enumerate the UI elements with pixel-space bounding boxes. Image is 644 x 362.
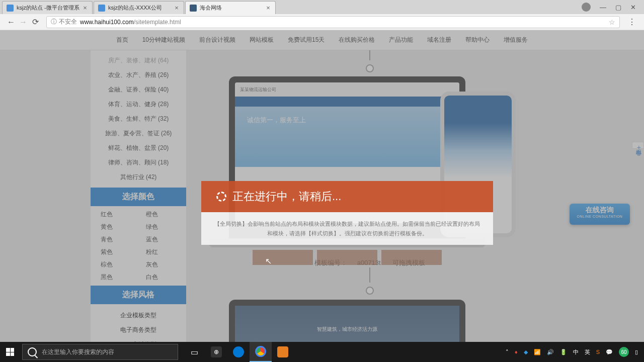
security-status: 不安全 bbox=[59, 18, 77, 26]
tray-badge[interactable]: 60 bbox=[619, 347, 629, 357]
tray-icon[interactable]: ▯ bbox=[635, 349, 638, 355]
browser-menu-icon[interactable]: ⋮ bbox=[625, 17, 639, 27]
bookmark-icon[interactable]: ☆ bbox=[609, 18, 615, 26]
windows-taskbar: 在这里输入你要搜索的内容 ▭ ⊕ ˄ ♦ ◆ 📶 🔊 🔋 中 英 S 💬 60 … bbox=[0, 342, 644, 362]
window-controls: — ▢ ✕ bbox=[574, 0, 644, 14]
modal-button-3[interactable] bbox=[381, 250, 442, 265]
maximize-icon[interactable]: ▢ bbox=[615, 4, 621, 11]
app-icon-1[interactable]: ⊕ bbox=[205, 342, 227, 362]
tray-input-method[interactable]: 中 bbox=[573, 348, 579, 356]
spinner-icon bbox=[216, 192, 226, 202]
minimize-icon[interactable]: — bbox=[600, 4, 606, 11]
tray-chevron-icon[interactable]: ˄ bbox=[506, 349, 509, 355]
browser-tab-2[interactable]: 海会网络 × bbox=[185, 1, 276, 14]
modal-body: 【全局切换】会影响当前站点的布局和模块设置模块数据，建议新站点使用。如需保留当前… bbox=[201, 212, 493, 245]
user-icon[interactable] bbox=[582, 3, 591, 12]
close-icon[interactable]: × bbox=[174, 5, 180, 11]
modal-button-1[interactable] bbox=[253, 250, 313, 265]
favicon bbox=[7, 5, 14, 12]
favicon bbox=[98, 5, 105, 12]
chrome-icon[interactable] bbox=[250, 342, 272, 362]
tray-notifications-icon[interactable]: 💬 bbox=[606, 349, 613, 355]
task-view-icon[interactable]: ▭ bbox=[183, 342, 205, 362]
loading-modal: 正在进行中，请稍后... 【全局切换】会影响当前站点的布局和模块设置模块数据，建… bbox=[201, 181, 493, 270]
modal-button-2[interactable] bbox=[317, 250, 377, 265]
search-placeholder: 在这里输入你要搜索的内容 bbox=[42, 348, 114, 356]
close-icon[interactable]: × bbox=[82, 5, 88, 11]
modal-title: 正在进行中，请稍后... bbox=[232, 189, 341, 204]
system-tray: ˄ ♦ ◆ 📶 🔊 🔋 中 英 S 💬 60 ▯ bbox=[500, 347, 644, 357]
tray-icon[interactable]: ♦ bbox=[515, 349, 518, 355]
app-icon-2[interactable] bbox=[272, 342, 294, 362]
tab-title: ksjz的站点 -微平台管理系 bbox=[17, 4, 82, 12]
taskbar-search[interactable]: 在这里输入你要搜索的内容 bbox=[22, 344, 178, 360]
browser-tab-1[interactable]: ksjz的站点-XXXX公司 × bbox=[94, 1, 184, 14]
address-bar: ← → ⟳ ⓘ 不安全 www.haihui100.com /sitetempl… bbox=[0, 14, 644, 30]
url-host: www.haihui100.com bbox=[80, 19, 134, 26]
url-path: /sitetemplate.html bbox=[134, 19, 181, 26]
forward-button[interactable]: → bbox=[17, 18, 29, 27]
tray-icon[interactable]: S bbox=[596, 349, 600, 355]
tray-lang[interactable]: 英 bbox=[585, 348, 590, 356]
tray-wifi-icon[interactable]: 📶 bbox=[534, 349, 541, 355]
info-icon[interactable]: ⓘ bbox=[51, 18, 57, 26]
close-window-icon[interactable]: ✕ bbox=[630, 4, 636, 11]
start-button[interactable] bbox=[0, 342, 20, 362]
tray-icon[interactable]: ◆ bbox=[524, 349, 528, 355]
tray-volume-icon[interactable]: 🔊 bbox=[547, 349, 554, 355]
tab-title: 海会网络 bbox=[200, 4, 265, 12]
tray-battery-icon[interactable]: 🔋 bbox=[560, 349, 567, 355]
browser-tab-strip: ksjz的站点 -微平台管理系 × ksjz的站点-XXXX公司 × 海会网络 … bbox=[0, 0, 644, 14]
edge-icon[interactable] bbox=[227, 342, 250, 362]
browser-tab-0[interactable]: ksjz的站点 -微平台管理系 × bbox=[2, 1, 93, 14]
reload-button[interactable]: ⟳ bbox=[29, 17, 41, 27]
search-icon bbox=[28, 347, 37, 356]
tab-title: ksjz的站点-XXXX公司 bbox=[108, 4, 174, 12]
favicon bbox=[190, 5, 197, 12]
windows-icon bbox=[6, 348, 14, 356]
url-input[interactable]: ⓘ 不安全 www.haihui100.com /sitetemplate.ht… bbox=[46, 16, 620, 28]
back-button[interactable]: ← bbox=[5, 18, 17, 27]
close-icon[interactable]: × bbox=[265, 5, 271, 11]
